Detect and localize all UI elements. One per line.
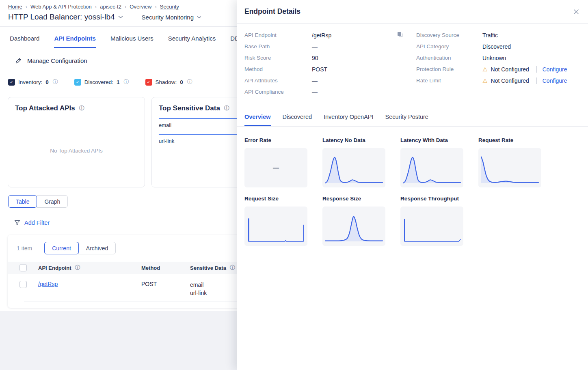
detail-value-api-category: Discovered xyxy=(482,43,511,50)
detail-value-risk-score: 90 xyxy=(312,55,318,61)
info-icon[interactable]: ⓘ xyxy=(79,105,84,112)
sparkline-chart xyxy=(478,148,541,187)
column-api-endpoint[interactable]: API Endpoint xyxy=(38,265,71,271)
sparkline-chart xyxy=(400,207,463,246)
chart-latency-no-data: Latency No Data xyxy=(322,137,400,187)
method-cell: POST xyxy=(141,281,157,287)
filter-inventory-count: 0 xyxy=(45,79,49,85)
detail-label: Discovery Source xyxy=(416,32,482,38)
panel-tab-discovered[interactable]: Discovered xyxy=(283,114,312,126)
metrics-charts: Error Rate — Latency No Data Latency Wit… xyxy=(237,127,588,246)
detail-value-api-endpoint: /getRsp xyxy=(312,32,331,39)
tab-dashboard[interactable]: Dashboard xyxy=(10,35,39,48)
breadcrumb-separator: › xyxy=(95,4,97,10)
breadcrumb-overview[interactable]: Overview xyxy=(130,4,151,10)
chart-request-size: Request Size xyxy=(244,196,322,246)
detail-label: API Category xyxy=(416,43,482,49)
select-all-checkbox[interactable] xyxy=(19,264,27,271)
detail-value-rate-limit: Not Configured xyxy=(491,77,529,84)
tab-api-endpoints[interactable]: API Endpoints xyxy=(54,35,96,48)
chart-error-rate: Error Rate — xyxy=(244,137,322,187)
archived-button[interactable]: Archived xyxy=(78,242,116,254)
info-icon[interactable]: ⓘ xyxy=(75,264,80,271)
sparkline-chart: — xyxy=(244,148,307,187)
info-icon[interactable]: ⓘ xyxy=(124,78,129,86)
configure-rate-limit-link[interactable]: Configure xyxy=(543,77,567,84)
details-left-group: API Endpoint /getRsp Base Path — Risk Sc… xyxy=(244,32,416,100)
configure-protection-rule-link[interactable]: Configure xyxy=(543,66,567,73)
column-sensitive-data[interactable]: Sensitive Data xyxy=(190,265,226,271)
item-count: 1 item xyxy=(17,245,32,252)
breadcrumb-separator: › xyxy=(125,4,126,10)
chart-response-size: Response Size xyxy=(322,196,400,246)
detail-label: API Attributes xyxy=(244,77,312,84)
filter-shadow-label: Shadow: xyxy=(156,79,177,85)
sparkline-chart xyxy=(400,148,463,187)
chevron-down-icon xyxy=(197,16,201,19)
pencil-icon xyxy=(15,57,22,64)
tab-security-analytics[interactable]: Security Analytics xyxy=(168,35,216,48)
breadcrumb-separator: › xyxy=(26,4,27,10)
panel-title: Endpoint Details xyxy=(244,7,572,16)
discovered-checkbox[interactable]: ✓ xyxy=(74,79,81,86)
no-data-dash: — xyxy=(273,164,279,171)
filter-discovered-count: 1 xyxy=(117,79,120,85)
column-method[interactable]: Method xyxy=(141,265,160,271)
tab-malicious-users[interactable]: Malicious Users xyxy=(110,35,153,48)
panel-tab-security-posture[interactable]: Security Posture xyxy=(385,114,428,126)
mode-selector-label: Security Monitoring xyxy=(142,14,194,21)
endpoint-link[interactable]: /getRsp xyxy=(38,281,58,287)
warning-icon: ⚠ xyxy=(482,67,488,72)
detail-value-base-path: — xyxy=(312,43,318,50)
filter-inventory: ✓ Inventory: 0 ⓘ xyxy=(8,78,58,86)
info-icon[interactable]: ⓘ xyxy=(224,105,229,112)
panel-header: Endpoint Details xyxy=(237,0,588,24)
graph-view-button[interactable]: Graph xyxy=(37,195,68,208)
endpoint-details-panel: Endpoint Details API Endpoint /getRsp Ba… xyxy=(237,0,588,370)
chart-request-rate: Request Rate xyxy=(478,137,556,187)
divider xyxy=(536,77,537,84)
sparkline-chart xyxy=(322,148,385,187)
detail-label: Risk Score xyxy=(244,55,312,61)
filter-discovered: ✓ Discovered: 1 ⓘ xyxy=(74,78,129,86)
funnel-icon xyxy=(14,220,20,226)
sparkline-chart xyxy=(244,207,307,246)
info-icon[interactable]: ⓘ xyxy=(187,78,192,86)
filter-inventory-label: Inventory: xyxy=(18,79,42,85)
filter-shadow: ✓ Shadow: 0 ⓘ xyxy=(145,78,192,86)
detail-label: API Compliance xyxy=(244,89,312,95)
endpoint-details-grid: API Endpoint /getRsp Base Path — Risk Sc… xyxy=(237,24,588,100)
panel-tab-inventory-openapi[interactable]: Inventory OpenAPI xyxy=(324,114,374,126)
detail-label: Base Path xyxy=(244,43,312,49)
info-icon[interactable]: ⓘ xyxy=(230,264,235,271)
chevron-down-icon[interactable] xyxy=(118,15,123,19)
detail-label: Authentication xyxy=(416,55,482,61)
shadow-checkbox[interactable]: ✓ xyxy=(145,79,152,86)
archive-toggle: Current Archived xyxy=(44,242,116,254)
chart-latency-with-data: Latency With Data xyxy=(400,137,478,187)
info-icon[interactable]: ⓘ xyxy=(53,78,58,86)
top-attacked-title: Top Attacked APIs xyxy=(15,104,75,112)
inventory-checkbox[interactable]: ✓ xyxy=(8,79,15,86)
current-button[interactable]: Current xyxy=(44,242,79,254)
chart-response-throughput: Response Throughput xyxy=(400,196,478,246)
mode-selector[interactable]: Security Monitoring xyxy=(142,14,201,21)
divider xyxy=(536,66,537,73)
detail-value-protection-rule: Not Configured xyxy=(491,66,529,73)
close-icon[interactable] xyxy=(572,7,581,16)
panel-tab-bar: Overview Discovered Inventory OpenAPI Se… xyxy=(237,114,588,127)
top-attacked-empty-text: No Top Attacked APIs xyxy=(8,148,145,154)
detail-value-api-compliance: — xyxy=(312,89,318,95)
breadcrumb-namespace[interactable]: apisec-t2 xyxy=(100,4,121,10)
breadcrumb-waap[interactable]: Web App & API Protection xyxy=(30,4,92,10)
detail-label: Method xyxy=(244,66,312,72)
panel-tab-overview[interactable]: Overview xyxy=(244,114,271,126)
table-view-button[interactable]: Table xyxy=(8,195,37,208)
copy-icon[interactable] xyxy=(397,31,403,38)
breadcrumb-home[interactable]: Home xyxy=(8,4,22,10)
breadcrumb-security[interactable]: Security xyxy=(160,4,179,10)
top-sensitive-title: Top Sensitive Data xyxy=(159,104,220,112)
row-checkbox[interactable] xyxy=(19,281,27,288)
manage-configuration-label: Manage Configuration xyxy=(27,57,87,64)
detail-value-method: POST xyxy=(312,66,327,73)
